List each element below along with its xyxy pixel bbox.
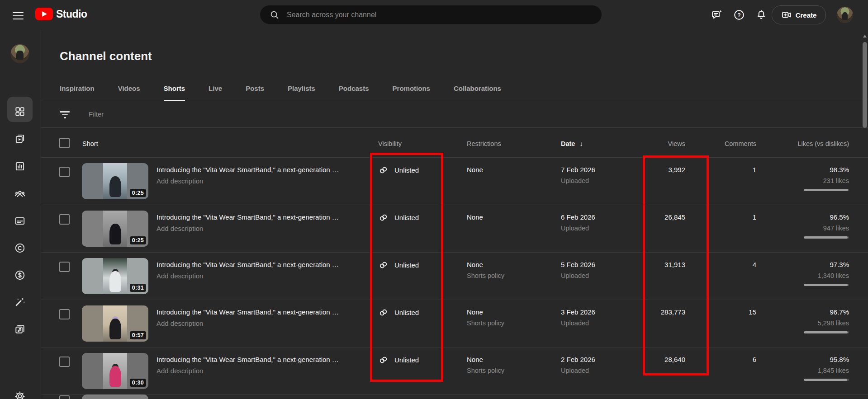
search-icon <box>270 10 280 20</box>
video-thumbnail[interactable]: 0:25 <box>82 211 148 247</box>
column-header-views[interactable]: Views <box>611 140 685 147</box>
add-description[interactable]: Add description <box>157 319 369 327</box>
sidebar-item-settings[interactable] <box>11 387 29 399</box>
video-thumbnail[interactable]: 0:57 <box>82 305 148 342</box>
table-row[interactable]: 0:31 Introducing the "Vita Wear SmartBan… <box>41 253 868 300</box>
video-thumbnail[interactable]: 0:30 <box>82 353 148 389</box>
table-row[interactable]: 0:25 Introducing the "Vita Wear SmartBan… <box>41 205 868 253</box>
thumbnail-figure <box>109 224 121 244</box>
likes-cell: 97.3% 1,340 likes <box>764 261 849 286</box>
row-checkbox[interactable] <box>59 167 70 177</box>
unlisted-link-icon <box>378 260 389 270</box>
date-cell: 6 Feb 2026 Uploaded <box>561 213 595 232</box>
sidebar-item-dashboard[interactable] <box>11 103 29 121</box>
column-header-date[interactable]: Date ↓ <box>561 140 583 147</box>
search-input[interactable] <box>286 10 577 19</box>
like-ratio-bar <box>804 189 849 191</box>
sidebar-item-copyright[interactable] <box>11 239 29 257</box>
column-header-comments[interactable]: Comments <box>692 140 756 147</box>
visibility-cell[interactable]: Unlisted <box>378 307 419 318</box>
notifications-icon[interactable] <box>755 9 767 21</box>
visibility-cell[interactable]: Unlisted <box>378 355 419 365</box>
row-checkbox[interactable] <box>59 309 70 319</box>
unlisted-link-icon <box>378 307 389 318</box>
search-bar[interactable] <box>260 5 602 24</box>
comments-value: 4 <box>692 261 756 268</box>
row-checkbox[interactable] <box>59 262 70 272</box>
account-avatar[interactable] <box>837 7 853 23</box>
video-title[interactable]: Introducing the "Vita Wear SmartBand," a… <box>157 213 369 221</box>
title-cell: Introducing the "Vita Wear SmartBand," a… <box>157 308 369 327</box>
restriction-value: None <box>467 308 504 316</box>
tab-videos[interactable]: Videos <box>118 84 140 101</box>
tab-inspiration[interactable]: Inspiration <box>60 84 95 101</box>
scroll-up-arrow-icon[interactable] <box>863 35 867 38</box>
comments-value: 1 <box>692 166 756 174</box>
sidebar-item-community[interactable] <box>11 185 29 203</box>
visibility-cell[interactable]: Unlisted <box>378 212 419 223</box>
tab-promotions[interactable]: Promotions <box>393 84 430 101</box>
add-description[interactable]: Add description <box>157 225 369 232</box>
help-icon[interactable]: ? <box>733 9 745 21</box>
row-checkbox[interactable] <box>59 357 70 367</box>
table-row[interactable]: 0:30 Introducing the "Vita Wear SmartBan… <box>41 347 868 395</box>
filter-icon <box>60 111 70 119</box>
date-value: 5 Feb 2026 <box>561 261 595 268</box>
channel-avatar[interactable] <box>10 44 29 63</box>
video-thumbnail[interactable]: 0:25 <box>82 163 148 199</box>
title-cell: Introducing the "Vita Wear SmartBand," a… <box>157 166 369 185</box>
logo-text: Studio <box>56 8 87 20</box>
studio-logo[interactable]: Studio <box>35 8 87 20</box>
add-description[interactable]: Add description <box>157 272 369 280</box>
create-button[interactable]: Create <box>772 5 826 24</box>
add-description[interactable]: Add description <box>157 367 369 375</box>
add-description[interactable]: Add description <box>157 177 369 185</box>
like-count: 1,845 likes <box>764 367 849 374</box>
restriction-value: None <box>467 261 504 268</box>
row-checkbox[interactable] <box>59 214 70 225</box>
tab-playlists[interactable]: Playlists <box>288 84 315 101</box>
table-row[interactable]: 0:25 Introducing the "Vita Wear SmartBan… <box>41 158 868 205</box>
comments-value: 6 <box>692 356 756 363</box>
sidebar-item-content[interactable] <box>11 130 29 148</box>
duration-badge: 0:57 <box>130 331 146 339</box>
date-note: Uploaded <box>561 272 595 279</box>
youtube-studio-app: Studio ? <box>0 0 868 399</box>
row-checkbox[interactable] <box>59 395 70 399</box>
likes-cell: 98.3% 231 likes <box>764 166 849 191</box>
tab-posts[interactable]: Posts <box>246 84 264 101</box>
tab-podcasts[interactable]: Podcasts <box>339 84 369 101</box>
tab-live[interactable]: Live <box>209 84 222 101</box>
select-all-checkbox[interactable] <box>59 138 70 148</box>
feedback-comment-icon[interactable] <box>711 9 723 21</box>
unlisted-link-icon <box>378 355 389 365</box>
restriction-value: None <box>467 166 483 174</box>
like-ratio-bar <box>804 331 849 333</box>
visibility-cell[interactable]: Unlisted <box>378 260 419 270</box>
visibility-label: Unlisted <box>394 261 419 269</box>
column-header-restrictions: Restrictions <box>467 140 501 147</box>
like-count: 231 likes <box>764 177 849 184</box>
video-title[interactable]: Introducing the "Vita Wear SmartBand," a… <box>157 308 369 316</box>
sidebar-item-earn[interactable] <box>11 266 29 284</box>
column-header-likes[interactable]: Likes (vs dislikes) <box>764 140 849 147</box>
scrollbar-thumb[interactable] <box>863 42 867 128</box>
filter-input[interactable] <box>88 110 270 118</box>
video-title[interactable]: Introducing the "Vita Wear SmartBand," a… <box>157 356 369 363</box>
video-thumbnail[interactable]: 0:31 <box>82 258 148 294</box>
video-title[interactable]: Introducing the "Vita Wear SmartBand," a… <box>157 166 369 174</box>
table-row[interactable]: 0:57 Introducing the "Vita Wear SmartBan… <box>41 300 868 347</box>
date-note: Uploaded <box>561 225 595 232</box>
visibility-cell[interactable]: Unlisted <box>378 165 419 175</box>
video-title[interactable]: Introducing the "Vita Wear SmartBand," a… <box>157 261 369 268</box>
video-thumbnail[interactable] <box>82 394 148 399</box>
restrictions-cell: None <box>467 213 483 225</box>
sidebar-item-audio-library[interactable] <box>11 320 29 338</box>
sidebar-item-subtitles[interactable] <box>11 212 29 230</box>
sidebar-item-analytics[interactable] <box>11 157 29 175</box>
menu-icon[interactable] <box>13 10 24 19</box>
youtube-play-icon <box>35 8 53 20</box>
sidebar-item-customization[interactable] <box>11 293 29 311</box>
tab-collaborations[interactable]: Collaborations <box>454 84 501 101</box>
tab-shorts[interactable]: Shorts <box>164 84 185 101</box>
